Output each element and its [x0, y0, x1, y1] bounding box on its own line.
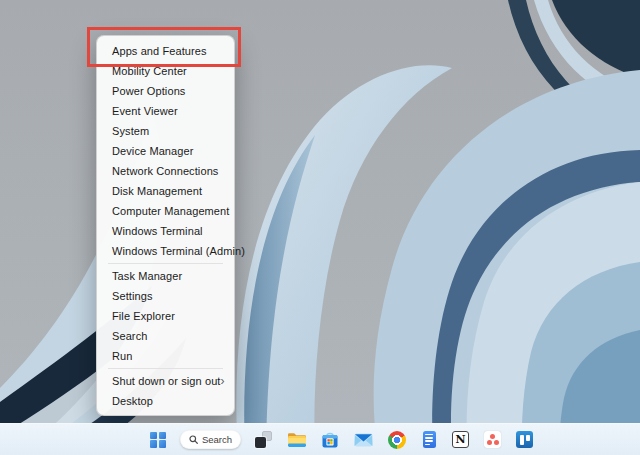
microsoft-store-icon [321, 431, 339, 449]
file-explorer-button[interactable] [285, 429, 308, 451]
menu-item-shutdown-or-sign-out[interactable]: Shut down or sign out › [97, 371, 234, 391]
trello-button[interactable] [514, 429, 535, 451]
menu-item-mobility-center[interactable]: Mobility Center [97, 61, 234, 81]
file-explorer-icon [287, 431, 307, 448]
winx-menu: Apps and Features Mobility Center Power … [96, 35, 235, 416]
menu-item-system[interactable]: System [97, 121, 234, 141]
menu-item-run[interactable]: Run [97, 346, 234, 366]
menu-item-power-options[interactable]: Power Options [97, 81, 234, 101]
taskbar-search[interactable]: Search [180, 430, 241, 449]
task-view-button[interactable] [252, 429, 274, 451]
chrome-icon [388, 431, 406, 449]
menu-item-windows-terminal-admin[interactable]: Windows Terminal (Admin) [97, 241, 234, 261]
menu-separator [108, 263, 223, 264]
google-docs-button[interactable] [419, 429, 439, 451]
menu-item-event-viewer[interactable]: Event Viewer [97, 101, 234, 121]
start-button[interactable] [147, 429, 169, 451]
microsoft-store-button[interactable] [319, 429, 341, 451]
notion-button[interactable]: N [450, 429, 471, 451]
menu-item-task-manager[interactable]: Task Manager [97, 266, 234, 286]
asana-icon [484, 431, 501, 448]
taskbar-icon-group: Search [147, 424, 535, 455]
search-icon [189, 435, 198, 444]
taskbar: Search [0, 423, 640, 455]
trello-icon [516, 431, 533, 448]
menu-item-device-manager[interactable]: Device Manager [97, 141, 234, 161]
menu-item-apps-and-features[interactable]: Apps and Features [97, 41, 234, 61]
search-label: Search [202, 434, 232, 445]
menu-item-network-connections[interactable]: Network Connections [97, 161, 234, 181]
menu-item-windows-terminal[interactable]: Windows Terminal [97, 221, 234, 241]
google-docs-icon [423, 431, 436, 448]
windows-start-icon [150, 432, 166, 448]
menu-item-desktop[interactable]: Desktop [97, 391, 234, 411]
task-view-icon [255, 431, 272, 448]
notion-icon: N [452, 431, 469, 448]
menu-item-computer-management[interactable]: Computer Management [97, 201, 234, 221]
menu-item-disk-management[interactable]: Disk Management [97, 181, 234, 201]
chevron-right-icon: › [221, 375, 225, 387]
menu-item-file-explorer[interactable]: File Explorer [97, 306, 234, 326]
menu-separator [108, 368, 223, 369]
menu-item-label: Shut down or sign out [112, 375, 221, 387]
menu-item-search[interactable]: Search [97, 326, 234, 346]
menu-item-settings[interactable]: Settings [97, 286, 234, 306]
mail-icon [354, 433, 373, 447]
mail-button[interactable] [352, 429, 375, 451]
asana-button[interactable] [482, 429, 503, 451]
desktop: Apps and Features Mobility Center Power … [0, 0, 640, 455]
chrome-button[interactable] [386, 429, 408, 451]
